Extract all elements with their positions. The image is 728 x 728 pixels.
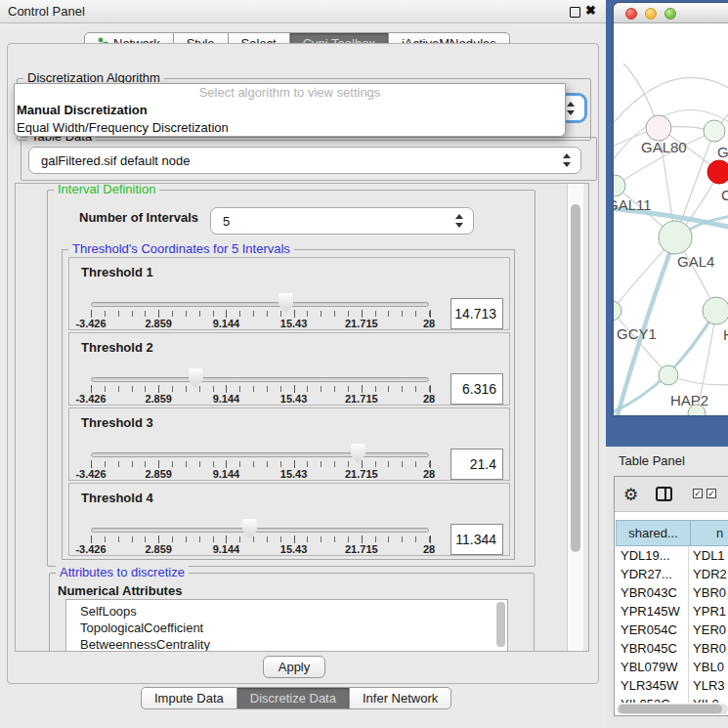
tab-label: Discretize Data [250,691,336,706]
list-scrollbar[interactable] [496,602,505,647]
table-cell: YER054C [616,621,689,639]
number-of-intervals-combobox[interactable]: 5 [210,207,474,235]
major-tick [158,385,159,393]
horizontal-scrollbar[interactable] [617,704,728,714]
vertical-scrollbar[interactable] [567,184,583,651]
attribute-list-item[interactable]: BetweennessCentrality [66,636,507,652]
tab-infer-network[interactable]: Infer Network [350,687,451,709]
network-window-frame: GAL80GCGAL11GAL4GCY1HHAP2 [606,0,728,447]
minimize-traffic-icon[interactable] [645,8,657,20]
table-row[interactable]: YER054CYER0 [616,621,728,639]
table-body: YDL19...YDL1YDR27...YDR2YBR043CYBR0YPR14… [616,546,728,703]
scale-tick-label: -3.426 [75,543,106,555]
table-cell: YBR0 [689,639,728,658]
network-node-gal4[interactable] [659,221,692,254]
table-cell: YBR0 [689,583,728,602]
algorithm-dropdown-popup: Select algorithm to view settings Manual… [14,83,566,137]
scrollbar-thumb[interactable] [571,204,580,552]
float-window-icon[interactable] [570,7,580,18]
attribute-list-item[interactable]: TopologicalCoefficient [66,620,507,636]
slider-thumb[interactable] [189,368,203,388]
cyni-toolbox-panel: Discretization Algorithm Select algorith… [7,43,599,684]
scale-tick-label: 15.43 [280,543,308,555]
network-window-titlebar [614,3,728,23]
table-header-row: shared...n [616,520,728,546]
threshold-value-field[interactable]: 21.4 [450,449,503,480]
slider-thumb[interactable] [278,293,293,313]
tick-marks [91,311,430,317]
dropdown-item-manual-discretization[interactable]: Manual Discretization [15,102,565,119]
table-data-combobox[interactable]: galFiltered.sif default node [28,147,581,174]
column-header-shared-name[interactable]: shared... [616,520,691,546]
checkbox-checked-icon[interactable]: ✓ [693,489,703,498]
threshold-value-field[interactable]: 11.344 [450,524,503,555]
scale-tick-label: 21.715 [345,318,378,329]
tab-impute-data[interactable]: Impute Data [141,687,237,709]
scrollbar-thumb[interactable] [619,705,722,713]
numerical-attributes-list[interactable]: SelfLoopsTopologicalCoefficientBetweenne… [65,599,508,652]
node-label-gcy1: GCY1 [617,325,657,342]
close-traffic-icon[interactable] [625,8,637,20]
network-node-gcy1[interactable] [614,301,621,321]
table-row[interactable]: YBR043CYBR0 [616,583,728,602]
scale-tick-label: 21.715 [345,393,378,405]
slider-thumb[interactable] [351,444,365,463]
node-label-gal80: GAL80 [641,139,687,155]
threshold-value-field[interactable]: 6.316 [450,373,503,405]
dropdown-item-equal-width-frequency[interactable]: Equal Width/Frequency Discretization [15,119,565,137]
major-tick [226,535,227,543]
scale-tick-label: 21.715 [345,468,378,480]
table-cell: YBL0 [689,658,728,676]
major-tick [158,535,159,543]
screen: { "window": { "title": "Control Panel" }… [0,0,728,728]
table-row[interactable]: YDL19...YDL1 [616,546,728,565]
zoom-traffic-icon[interactable] [664,8,676,20]
major-tick [91,460,92,468]
combo-stepper-icon [455,214,464,228]
network-node-red[interactable] [707,160,728,184]
threshold-value-field[interactable]: 14.713 [450,298,503,329]
node-label-red: C [721,187,728,203]
checkbox-checked-icon[interactable]: ✓ [707,489,716,498]
network-canvas[interactable]: GAL80GCGAL11GAL4GCY1HHAP2 [614,24,728,415]
major-tick [430,535,431,543]
tab-label: Impute Data [154,691,224,706]
column-header-name[interactable]: n [691,520,728,546]
table-row[interactable]: YLR345WYLR3 [616,676,728,695]
threshold-label: Threshold 3 [81,415,153,430]
network-node-h-cut[interactable] [703,297,728,324]
slider-thumb[interactable] [242,519,257,538]
control-panel-titlebar: Control Panel ✖ [0,0,606,23]
dropdown-item-placeholder[interactable]: Select algorithm to view settings [15,84,565,102]
network-graph[interactable]: GAL80GCGAL11GAL4GCY1HHAP2 [614,24,728,415]
node-label-gal11: GAL11 [614,196,652,213]
apply-button[interactable]: Apply [263,656,325,678]
scale-tick-label: 9.144 [213,543,240,555]
slider-track[interactable] [91,452,429,457]
table-row[interactable]: YBR045CYBR0 [616,639,728,658]
close-icon[interactable]: ✖ [585,3,596,18]
table-row[interactable]: YPR145WYPR1 [616,602,728,621]
threshold-panel: Threshold 3-3.4262.8599.14415.4321.71528… [68,407,510,481]
major-tick [226,310,227,318]
scale-tick-label: -3.426 [75,393,106,405]
attribute-list-item[interactable]: SelfLoops [66,600,507,620]
table-panel-title: Table Panel [619,453,685,468]
network-node-hap2[interactable] [659,365,678,385]
table-cell: YPR145W [616,602,689,621]
slider-track[interactable] [91,302,429,307]
slider-track[interactable] [91,377,429,382]
table-row[interactable]: YBL079WYBL0 [616,658,728,676]
table-row[interactable]: YIL052CYIL0 [616,695,728,703]
settings-gear-icon[interactable]: ⚙ [623,485,638,505]
tab-discretize-data[interactable]: Discretize Data [237,687,350,709]
network-node-gal80[interactable] [646,115,671,141]
table-cell: YER0 [689,621,728,639]
control-panel: Control Panel ✖ NetworkStyleSelectCyni T… [0,0,606,728]
table-row[interactable]: YDR27...YDR2 [616,565,728,583]
column-layout-icon[interactable] [656,487,672,501]
network-node-g-cut[interactable] [704,120,725,142]
slider-track[interactable] [91,528,429,533]
major-tick [226,460,227,468]
settings-scrollpane: Interval Definition Number of Intervals … [15,183,589,652]
